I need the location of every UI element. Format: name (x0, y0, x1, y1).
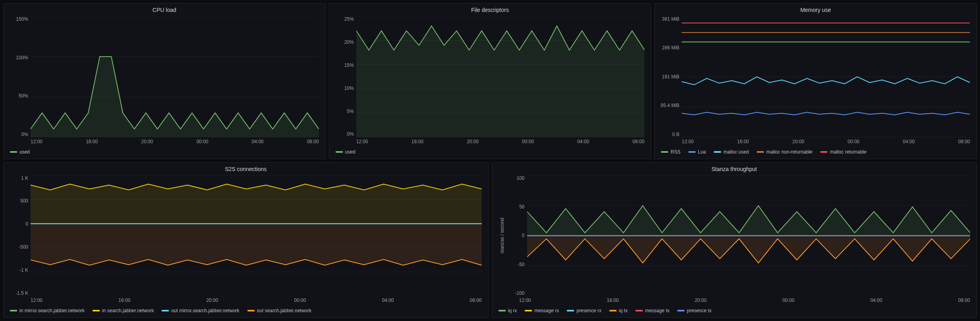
legend-label: malloc non-returnable (766, 149, 812, 155)
y-tick-label: 15% (344, 62, 354, 68)
y-axis-labels: 150%100%50%0% (7, 16, 31, 137)
plot-area[interactable]: 1 K5000-500-1 K-1.5 K (7, 175, 482, 296)
legend-label: in mirror.search.jabber.network (19, 308, 85, 313)
legend-item[interactable]: message tx (636, 308, 669, 313)
x-tick-label: 12:00 (356, 139, 368, 144)
y-tick-label: -1 K (19, 267, 28, 273)
panel-stanza-throughput[interactable]: Stanza throughput stanzas / second 10050… (492, 162, 977, 318)
x-tick-label: 12:00 (31, 139, 43, 144)
legend-swatch-icon (93, 310, 100, 311)
y-axis-labels: 1 K5000-500-1 K-1.5 K (7, 175, 31, 296)
y-tick-label: 0 (25, 221, 28, 227)
y-tick-label: 150% (16, 16, 28, 22)
legend-item[interactable]: iq tx (609, 308, 628, 313)
plot-inner (356, 16, 645, 137)
legend-item[interactable]: iq rx (499, 308, 517, 313)
panel-title: Stanza throughput (492, 163, 977, 174)
y-axis-labels: 100500-50-100 (495, 175, 527, 296)
panel-title: Memory use (655, 4, 976, 15)
x-axis-labels: 12:0016:0020:0000:0004:0008:00 (682, 139, 970, 144)
legend-item[interactable]: RSS (661, 149, 680, 155)
y-tick-label: 10% (344, 86, 354, 91)
y-tick-label: -50 (518, 262, 524, 267)
panel-title: CPU load (4, 4, 325, 15)
legend-swatch-icon (820, 151, 827, 153)
panel-title: File descriptors (329, 4, 651, 15)
x-tick-label: 16:00 (607, 298, 619, 303)
plot-inner (31, 16, 319, 137)
y-tick-label: 50 (519, 204, 524, 210)
x-axis-labels: 12:0016:0020:0000:0004:0008:00 (31, 298, 482, 303)
legend-item[interactable]: presence tx (677, 308, 711, 313)
panel-memory-use[interactable]: Memory use 381 MiB286 MiB191 MiB95.4 MiB… (654, 3, 977, 159)
y-tick-label: 25% (344, 16, 354, 22)
plot-area[interactable]: 150%100%50%0% (7, 16, 319, 137)
legend-item[interactable]: malloc returnable (820, 149, 866, 155)
panel-cpu-load[interactable]: CPU load 150%100%50%0% 12:0016:0020:0000… (3, 3, 326, 159)
legend-item[interactable]: presence rx (567, 308, 601, 313)
x-tick-label: 12:00 (31, 298, 43, 303)
x-axis-labels: 12:0016:0020:0000:0004:0008:00 (31, 139, 319, 144)
x-tick-label: 04:00 (252, 139, 264, 144)
y-tick-label: 191 MiB (662, 74, 679, 80)
x-tick-label: 16:00 (412, 139, 423, 144)
legend-label: iq rx (508, 308, 517, 313)
y-tick-label: 286 MiB (662, 45, 679, 51)
y-tick-label: 0% (21, 132, 28, 137)
y-axis-labels: 381 MiB286 MiB191 MiB95.4 MiB0 B (658, 16, 682, 137)
x-tick-label: 00:00 (848, 139, 860, 144)
legend-label: malloc returnable (830, 149, 866, 155)
legend: iq rxmessage rxpresence rxiq txmessage t… (492, 305, 977, 317)
x-tick-label: 08:00 (958, 139, 970, 144)
svg-marker-34 (527, 205, 970, 235)
plot-inner (527, 175, 970, 296)
y-tick-label: 5% (347, 109, 354, 114)
legend-swatch-icon (336, 151, 343, 153)
plot-area[interactable]: 25%20%15%10%5%0% (332, 16, 645, 137)
x-tick-label: 04:00 (577, 139, 589, 144)
legend-label: out search.jabber.network (257, 308, 311, 313)
legend: used (4, 146, 325, 159)
legend-item[interactable]: used (10, 149, 30, 155)
x-tick-label: 00:00 (783, 298, 794, 303)
dashboard-grid: CPU load 150%100%50%0% 12:0016:0020:0000… (0, 0, 980, 321)
legend-swatch-icon (499, 310, 506, 311)
x-tick-label: 08:00 (470, 298, 481, 303)
svg-marker-11 (356, 26, 645, 137)
x-tick-label: 04:00 (870, 298, 882, 303)
legend-label: presence rx (576, 308, 601, 313)
y-tick-label: 0 B (672, 132, 679, 137)
x-tick-label: 00:00 (294, 298, 306, 303)
legend-label: in search.jabber.network (102, 308, 154, 313)
legend-label: malloc used (723, 149, 749, 155)
legend-item[interactable]: message rx (525, 308, 559, 313)
legend-label: used (345, 149, 356, 155)
x-tick-label: 20:00 (141, 139, 153, 144)
legend-item[interactable]: out mirror.search.jabber.network (162, 308, 239, 313)
plot-inner (682, 16, 970, 137)
y-tick-label: 500 (20, 198, 28, 204)
x-tick-label: 20:00 (206, 298, 218, 303)
legend-item[interactable]: out search.jabber.network (247, 308, 311, 313)
panel-s2s-connections[interactable]: S2S connections 1 K5000-500-1 K-1.5 K 12… (3, 162, 489, 318)
legend-item[interactable]: in mirror.search.jabber.network (10, 308, 85, 313)
x-axis-labels: 12:0016:0020:0000:0004:0008:00 (356, 139, 645, 144)
legend-swatch-icon (636, 310, 643, 311)
plot-area[interactable]: 381 MiB286 MiB191 MiB95.4 MiB0 B (658, 16, 970, 137)
plot-area[interactable]: stanzas / second 100500-50-100 (495, 175, 970, 296)
y-tick-label: 100 (516, 175, 524, 181)
legend-item[interactable]: malloc non-returnable (757, 149, 812, 155)
legend-label: RSS (671, 149, 680, 155)
legend-swatch-icon (609, 310, 617, 311)
legend-item[interactable]: malloc used (714, 149, 749, 155)
legend-item[interactable]: used (336, 149, 356, 155)
legend-item[interactable]: in search.jabber.network (93, 308, 154, 313)
legend: used (329, 146, 651, 159)
y-tick-label: -1.5 K (15, 290, 28, 296)
legend-item[interactable]: Lua (688, 149, 706, 155)
legend-swatch-icon (10, 310, 17, 311)
x-tick-label: 16:00 (86, 139, 98, 144)
x-tick-label: 00:00 (196, 139, 208, 144)
panel-file-descriptors[interactable]: File descriptors 25%20%15%10%5%0% 12:001… (329, 3, 651, 159)
svg-marker-37 (527, 235, 970, 263)
